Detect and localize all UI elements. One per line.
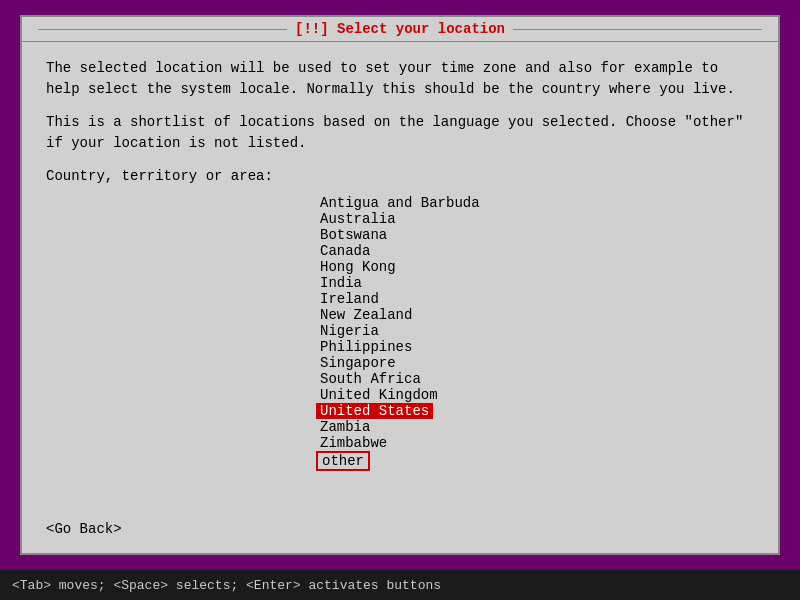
list-item[interactable]: Botswana — [316, 227, 391, 243]
go-back-button[interactable]: <Go Back> — [46, 521, 122, 537]
dialog-title: [!!] Select your location — [295, 21, 505, 37]
list-item[interactable]: India — [316, 275, 366, 291]
list-item[interactable]: other — [316, 451, 370, 471]
description-1: The selected location will be used to se… — [46, 58, 754, 100]
list-item[interactable]: United Kingdom — [316, 387, 442, 403]
title-line-left — [38, 29, 287, 30]
title-bar: [!!] Select your location — [22, 17, 778, 42]
main-area: [!!] Select your location The selected l… — [0, 0, 800, 570]
outer-container: [!!] Select your location The selected l… — [0, 0, 800, 600]
list-item[interactable]: Nigeria — [316, 323, 383, 339]
list-item[interactable]: New Zealand — [316, 307, 416, 323]
list-item[interactable]: Ireland — [316, 291, 383, 307]
dialog-box: [!!] Select your location The selected l… — [20, 15, 780, 555]
status-bar: <Tab> moves; <Space> selects; <Enter> ac… — [0, 570, 800, 600]
country-list: Antigua and BarbudaAustraliaBotswanaCana… — [316, 195, 754, 471]
list-item[interactable]: United States — [316, 403, 433, 419]
list-item[interactable]: Philippines — [316, 339, 416, 355]
list-item[interactable]: Canada — [316, 243, 374, 259]
status-text: <Tab> moves; <Space> selects; <Enter> ac… — [12, 578, 441, 593]
title-line-right — [513, 29, 762, 30]
list-item[interactable]: Zimbabwe — [316, 435, 391, 451]
list-item[interactable]: South Africa — [316, 371, 425, 387]
list-item[interactable]: Zambia — [316, 419, 374, 435]
prompt-label: Country, territory or area: — [46, 166, 754, 187]
list-item[interactable]: Antigua and Barbuda — [316, 195, 484, 211]
list-item[interactable]: Australia — [316, 211, 400, 227]
dialog-body: The selected location will be used to se… — [22, 42, 778, 513]
buttons-row: <Go Back> — [22, 513, 778, 553]
list-item[interactable]: Singapore — [316, 355, 400, 371]
description-2: This is a shortlist of locations based o… — [46, 112, 754, 154]
list-item[interactable]: Hong Kong — [316, 259, 400, 275]
